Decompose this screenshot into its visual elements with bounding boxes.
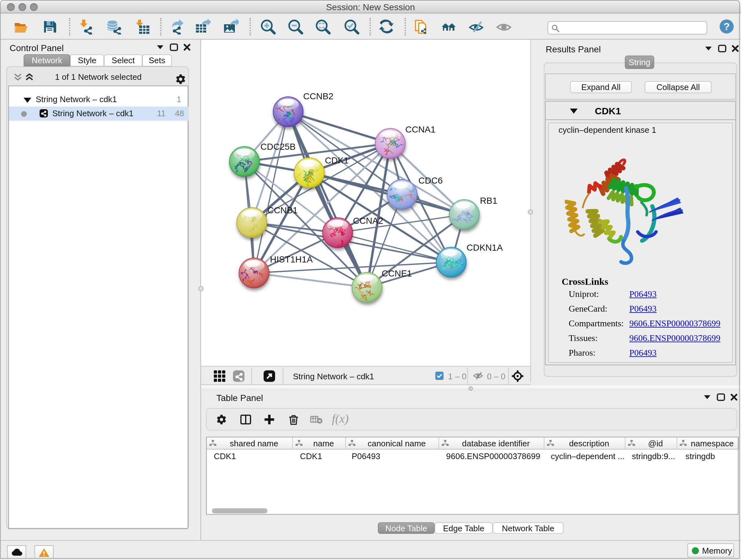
svg-text:CCNA2: CCNA2 [353,216,383,226]
svg-text:HIST1H1A: HIST1H1A [270,254,313,264]
svg-text:CDK1: CDK1 [325,155,349,165]
svg-text:CCNA1: CCNA1 [405,125,435,134]
svg-text:?: ? [724,21,730,32]
svg-text:CCNB1: CCNB1 [267,205,298,215]
svg-text:RB1: RB1 [480,196,497,206]
svg-text:CDC25B: CDC25B [260,142,295,152]
svg-text:CCNB2: CCNB2 [303,91,333,101]
svg-text:CDC6: CDC6 [418,176,443,186]
svg-text:CDKN1A: CDKN1A [467,243,503,253]
svg-text:CCNE1: CCNE1 [382,268,412,278]
